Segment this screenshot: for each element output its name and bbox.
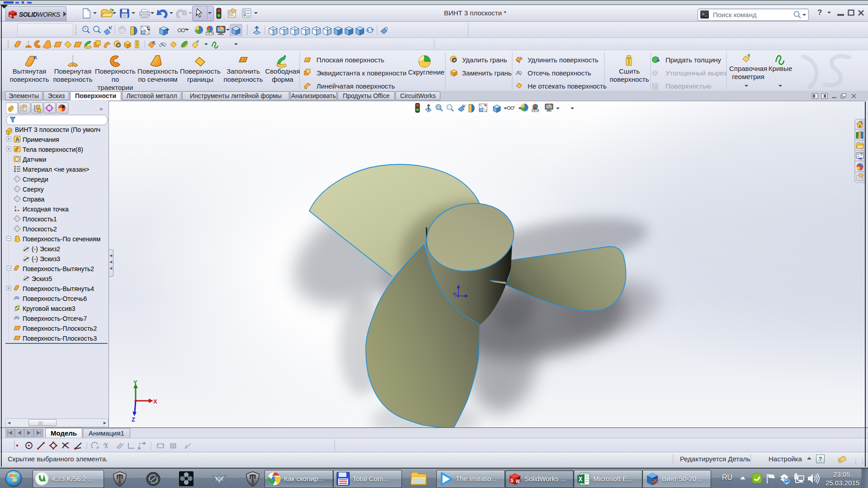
svg-text:*: * bbox=[197, 40, 198, 44]
svg-text:S: S bbox=[9, 14, 12, 18]
svg-text:X: X bbox=[153, 398, 157, 405]
svg-text:Z: Z bbox=[132, 416, 135, 422]
svg-text:+: + bbox=[84, 27, 86, 31]
svg-text:A: A bbox=[15, 136, 19, 143]
svg-text:*: * bbox=[748, 53, 750, 57]
svg-text:W: W bbox=[516, 479, 520, 484]
svg-text:Y: Y bbox=[133, 379, 137, 386]
svg-text:W: W bbox=[14, 14, 17, 19]
svg-text:S: S bbox=[510, 478, 514, 483]
